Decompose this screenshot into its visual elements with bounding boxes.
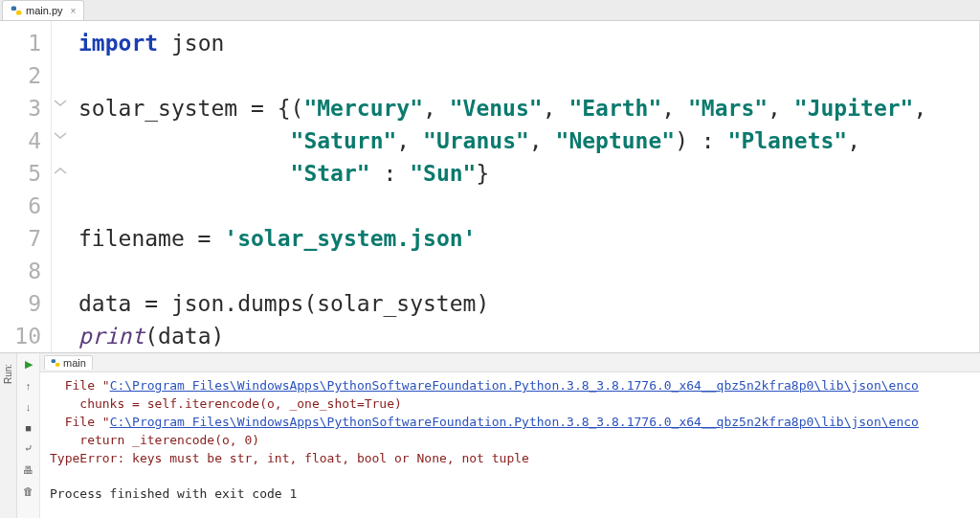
exit-message: Process finished with exit code 1 <box>50 484 972 503</box>
string-literal: "Uranus" <box>423 128 529 153</box>
arrow-down-icon[interactable]: ↓ <box>21 399 36 415</box>
builtin-call: print <box>78 324 145 349</box>
run-tab-main[interactable]: main <box>44 355 93 370</box>
python-file-icon <box>11 5 22 16</box>
ide-root: main.py × 1 2 3 4 5 6 7 8 9 10 <box>0 0 980 518</box>
code-line: import json <box>78 27 979 59</box>
stop-icon[interactable]: ■ <box>21 420 36 436</box>
string-literal: "Sun" <box>410 161 476 186</box>
fold-marker-icon[interactable] <box>54 96 67 105</box>
fold-column <box>52 21 71 352</box>
run-panel-label-strip: Run: <box>0 353 17 518</box>
svg-rect-1 <box>16 11 21 15</box>
line-number: 10 <box>0 320 51 352</box>
traceback-file-prefix: File " <box>50 378 110 393</box>
arrow-up-icon[interactable]: ↑ <box>21 378 36 394</box>
traceback-code: chunks = self.iterencode(o, _one_shot=Tr… <box>50 396 402 411</box>
run-tab-label: main <box>63 357 86 369</box>
svg-rect-3 <box>56 363 59 367</box>
code-text: data = json.dumps(solar_system) <box>78 291 489 316</box>
python-run-icon <box>51 358 60 368</box>
line-number: 7 <box>0 222 51 255</box>
fold-marker-icon[interactable] <box>54 161 67 170</box>
code-line: data = json.dumps(solar_system) <box>78 287 979 320</box>
line-number: 5 <box>0 157 51 190</box>
soft-wrap-icon[interactable]: ⤶ <box>21 441 36 457</box>
traceback-file-prefix: File " <box>50 415 110 429</box>
code-area[interactable]: import json solar_system = {("Mercury", … <box>71 21 979 352</box>
line-number: 6 <box>0 190 51 222</box>
code-text: filename = <box>78 226 224 251</box>
line-gutter: 1 2 3 4 5 6 7 8 9 10 <box>0 21 52 352</box>
line-number: 9 <box>0 287 51 320</box>
run-toolbar: ▶ ↑ ↓ ■ ⤶ 🖶 🗑 <box>17 353 40 518</box>
code-editor[interactable]: 1 2 3 4 5 6 7 8 9 10 import json solar_s… <box>0 21 980 352</box>
code-line: "Star" : "Sun"} <box>78 157 979 190</box>
run-tabbar: main <box>40 353 980 372</box>
editor-tab-label: main.py <box>26 5 63 16</box>
run-panel: Run: ▶ ↑ ↓ ■ ⤶ 🖶 🗑 main File "C:\Program… <box>0 352 980 518</box>
string-literal: 'solar_system.json' <box>224 226 476 251</box>
code-line: solar_system = {("Mercury", "Venus", "Ea… <box>78 92 979 124</box>
trash-icon[interactable]: 🗑 <box>21 484 36 499</box>
string-literal: "Earth" <box>568 96 661 121</box>
line-number: 1 <box>0 27 51 59</box>
line-number: 8 <box>0 255 51 287</box>
fold-marker-icon[interactable] <box>54 128 67 138</box>
code-line <box>78 255 979 287</box>
run-body: main File "C:\Program Files\WindowsApps\… <box>40 353 980 518</box>
keyword: import <box>78 31 158 56</box>
line-number: 3 <box>0 92 51 124</box>
run-panel-label: Run: <box>3 364 13 384</box>
line-number: 2 <box>0 59 51 92</box>
string-literal: "Planets" <box>728 128 848 153</box>
string-literal: "Mercury" <box>303 96 423 121</box>
module-name: json <box>158 31 224 56</box>
code-line: print(data) <box>78 320 979 352</box>
string-literal: "Mars" <box>688 96 768 121</box>
code-line <box>78 59 979 92</box>
traceback-path-link[interactable]: C:\Program Files\WindowsApps\PythonSoftw… <box>110 378 919 393</box>
code-line <box>78 190 979 222</box>
string-literal: "Saturn" <box>291 128 397 153</box>
svg-rect-2 <box>52 359 56 363</box>
console-output[interactable]: File "C:\Program Files\WindowsApps\Pytho… <box>40 372 980 518</box>
run-icon[interactable]: ▶ <box>21 357 36 372</box>
string-literal: "Neptune" <box>556 128 676 153</box>
close-icon[interactable]: × <box>71 6 77 16</box>
code-line: filename = 'solar_system.json' <box>78 222 979 255</box>
editor-tabbar: main.py × <box>0 0 980 21</box>
line-number: 4 <box>0 124 51 157</box>
error-message: TypeError: keys must be str, int, float,… <box>50 451 529 465</box>
code-line: "Saturn", "Uranus", "Neptune") : "Planet… <box>78 124 979 157</box>
print-icon[interactable]: 🖶 <box>21 462 36 478</box>
svg-rect-0 <box>11 7 16 11</box>
code-text: solar_system = {( <box>78 96 303 121</box>
traceback-path-link[interactable]: C:\Program Files\WindowsApps\PythonSoftw… <box>110 415 919 429</box>
string-literal: "Venus" <box>450 96 543 121</box>
editor-tab-main[interactable]: main.py × <box>2 0 84 20</box>
traceback-code: return _iterencode(o, 0) <box>50 433 259 447</box>
string-literal: "Star" <box>291 161 370 186</box>
code-text: (data) <box>145 324 224 349</box>
string-literal: "Jupiter" <box>794 96 914 121</box>
